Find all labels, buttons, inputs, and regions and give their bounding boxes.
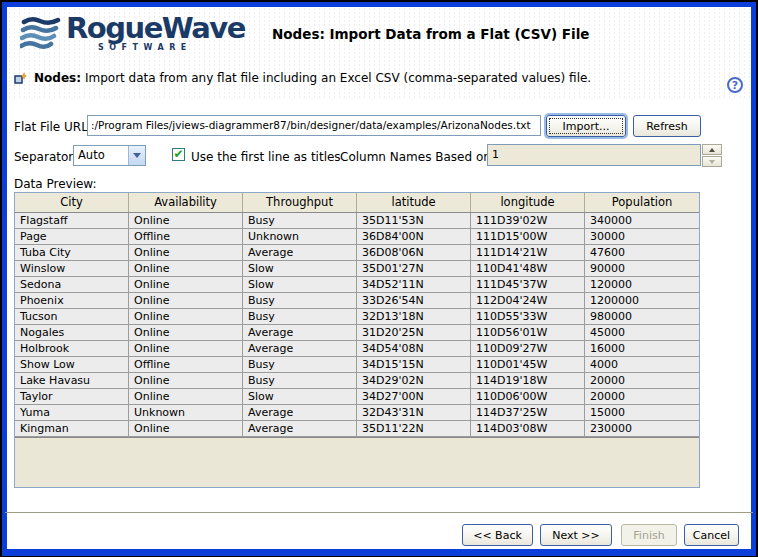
description-text: Import data from any flat file including… — [85, 71, 591, 85]
cell-population: 45000 — [585, 325, 699, 341]
data-preview-label: Data Preview: — [14, 177, 97, 191]
cell-throughput: Busy — [243, 309, 357, 325]
column-header-availability[interactable]: Availability — [129, 193, 243, 212]
cell-population: 4000 — [585, 357, 699, 373]
column-names-row-input[interactable]: 1 — [487, 144, 701, 166]
cell-availability: Online — [129, 373, 243, 389]
arrow-down-icon — [709, 160, 715, 164]
table-row[interactable]: Flagstaff Online Busy 35D11'53N 111D39'0… — [15, 213, 699, 229]
column-header-latitude[interactable]: latitude — [357, 193, 471, 212]
cell-population: 120000 — [585, 277, 699, 293]
table-row[interactable]: Page Offline Unknown 36D84'00N 111D15'00… — [15, 229, 699, 245]
cell-throughput: Average — [243, 405, 357, 421]
cell-throughput: Busy — [243, 213, 357, 229]
node-icon — [14, 72, 27, 85]
separator-select[interactable]: Auto — [73, 145, 146, 166]
cell-availability: Online — [129, 325, 243, 341]
cell-city: Lake Havasu — [15, 373, 129, 389]
description-prefix: Nodes: — [34, 71, 81, 85]
cell-latitude: 34D29'02N — [357, 373, 471, 389]
table-row[interactable]: Holbrook Online Average 34D54'08N 110D09… — [15, 341, 699, 357]
arrow-up-icon — [709, 148, 715, 152]
cell-population: 20000 — [585, 389, 699, 405]
cell-latitude: 35D01'27N — [357, 261, 471, 277]
cell-latitude: 34D52'11N — [357, 277, 471, 293]
cell-longitude: 110D01'45W — [471, 357, 585, 373]
import-button[interactable]: Import... — [546, 115, 626, 137]
cell-latitude: 34D54'08N — [357, 341, 471, 357]
table-row[interactable]: Taylor Online Slow 34D27'00N 110D06'00W … — [15, 389, 699, 405]
refresh-button[interactable]: Refresh — [633, 115, 701, 137]
cell-longitude: 114D37'25W — [471, 405, 585, 421]
cell-availability: Unknown — [129, 405, 243, 421]
cell-availability: Offline — [129, 229, 243, 245]
cell-city: Taylor — [15, 389, 129, 405]
cell-city: Show Low — [15, 357, 129, 373]
spinner-up-button[interactable] — [702, 144, 722, 155]
cell-population: 15000 — [585, 405, 699, 421]
cell-availability: Online — [129, 213, 243, 229]
cell-longitude: 110D06'00W — [471, 389, 585, 405]
cell-availability: Online — [129, 293, 243, 309]
cell-population: 90000 — [585, 261, 699, 277]
cancel-button[interactable]: Cancel — [684, 524, 739, 546]
table-row[interactable]: Lake Havasu Online Busy 34D29'02N 114D19… — [15, 373, 699, 389]
table-row[interactable]: Tucson Online Busy 32D13'18N 110D55'33W … — [15, 309, 699, 325]
data-preview-panel: City Availability Throughput latitude lo… — [14, 192, 700, 488]
table-row[interactable]: Winslow Online Slow 35D01'27N 110D41'48W… — [15, 261, 699, 277]
cell-latitude: 33D26'54N — [357, 293, 471, 309]
cell-city: Yuma — [15, 405, 129, 421]
cell-latitude: 34D15'15N — [357, 357, 471, 373]
first-line-titles-checkbox[interactable]: ✔ — [172, 148, 185, 161]
table-row[interactable]: Kingman Online Average 35D11'22N 114D03'… — [15, 421, 699, 437]
cell-availability: Offline — [129, 357, 243, 373]
cell-latitude: 35D11'53N — [357, 213, 471, 229]
footer-divider — [5, 512, 753, 513]
help-icon[interactable]: ? — [727, 77, 743, 93]
cell-latitude: 34D27'00N — [357, 389, 471, 405]
table-header-row: City Availability Throughput latitude lo… — [15, 193, 699, 212]
cell-city: Winslow — [15, 261, 129, 277]
logo-subtitle: SOFTWARE — [98, 43, 192, 52]
cell-city: Sedona — [15, 277, 129, 293]
table-row[interactable]: Nogales Online Average 31D20'25N 110D56'… — [15, 325, 699, 341]
flat-file-url-input[interactable]: :/Program Files/jviews-diagrammer87/bin/… — [87, 115, 541, 136]
next-button[interactable]: Next >> — [540, 524, 612, 546]
cell-longitude: 111D45'37W — [471, 277, 585, 293]
cell-city: Flagstaff — [15, 213, 129, 229]
cell-city: Tucson — [15, 309, 129, 325]
cell-throughput: Average — [243, 245, 357, 261]
cell-longitude: 111D14'21W — [471, 245, 585, 261]
cell-availability: Online — [129, 309, 243, 325]
cell-latitude: 36D84'00N — [357, 229, 471, 245]
cell-throughput: Busy — [243, 373, 357, 389]
cell-availability: Online — [129, 261, 243, 277]
cell-throughput: Busy — [243, 357, 357, 373]
cell-availability: Online — [129, 341, 243, 357]
separator-label: Separator: — [14, 150, 77, 164]
table-row[interactable]: Phoenix Online Busy 33D26'54N 112D04'24W… — [15, 293, 699, 309]
column-header-longitude[interactable]: longitude — [471, 193, 585, 212]
cell-throughput: Average — [243, 341, 357, 357]
finish-button[interactable]: Finish — [621, 524, 677, 546]
column-header-population[interactable]: Population — [585, 193, 699, 212]
cell-availability: Online — [129, 277, 243, 293]
table-row[interactable]: Tuba City Online Average 36D08'06N 111D1… — [15, 245, 699, 261]
cell-availability: Online — [129, 389, 243, 405]
table-row[interactable]: Yuma Unknown Average 32D43'31N 114D37'25… — [15, 405, 699, 421]
first-line-titles-label: Use the first line as titles — [191, 150, 341, 164]
cell-population: 20000 — [585, 373, 699, 389]
column-header-city[interactable]: City — [15, 193, 129, 212]
cell-population: 16000 — [585, 341, 699, 357]
cell-city: Tuba City — [15, 245, 129, 261]
back-button[interactable]: << Back — [462, 524, 533, 546]
cell-latitude: 32D43'31N — [357, 405, 471, 421]
column-header-throughput[interactable]: Throughput — [243, 193, 357, 212]
spinner-down-button[interactable] — [702, 156, 722, 167]
table-row[interactable]: Sedona Online Slow 34D52'11N 111D45'37W … — [15, 277, 699, 293]
cell-longitude: 110D55'33W — [471, 309, 585, 325]
table-row[interactable]: Show Low Offline Busy 34D15'15N 110D01'4… — [15, 357, 699, 373]
combo-dropdown-button[interactable] — [128, 146, 145, 165]
table-body: Flagstaff Online Busy 35D11'53N 111D39'0… — [15, 212, 699, 438]
separator-selected-value: Auto — [78, 148, 105, 162]
